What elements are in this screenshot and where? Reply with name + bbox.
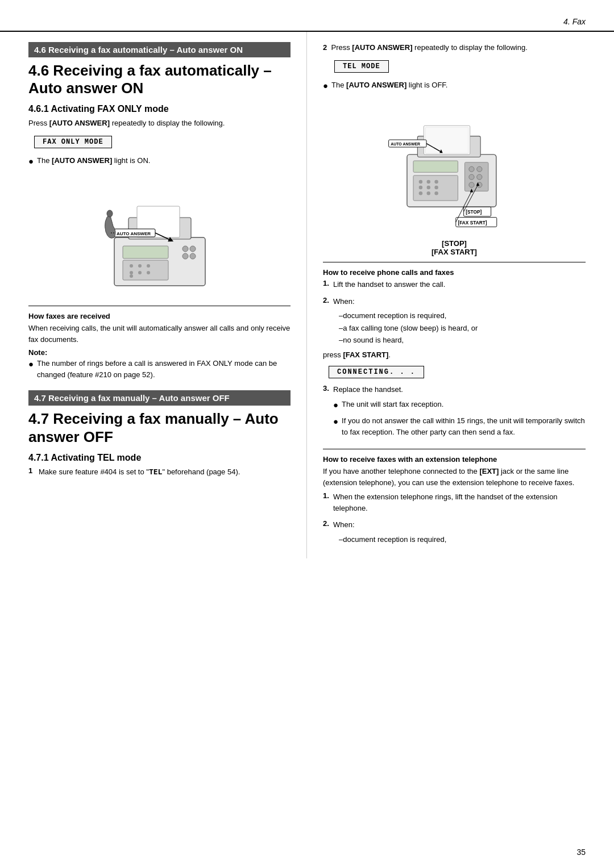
svg-point-12 xyxy=(130,271,133,274)
sub461-intro: Press [AUTO ANSWER] repeatedly to displa… xyxy=(28,118,291,129)
receive-step-1: 1. Lift the handset to answer the call. xyxy=(323,279,586,294)
ext-step-2: 2. When: document reception is required, xyxy=(323,519,586,546)
faxstart-label: [FAX START] xyxy=(323,248,586,256)
svg-point-35 xyxy=(434,191,438,195)
tel-mode-display: TEL MODE xyxy=(334,60,389,73)
svg-point-34 xyxy=(427,191,430,195)
section-46-title: 4.6 Receiving a fax automatically – Auto… xyxy=(28,62,291,97)
how-faxes-received-label: How faxes are received xyxy=(28,312,291,320)
svg-rect-8 xyxy=(123,260,168,280)
receive-step-2: 2. When: document reception is required,… xyxy=(323,296,586,347)
svg-point-40 xyxy=(477,174,482,180)
svg-point-41 xyxy=(469,182,474,187)
page-footer: 35 xyxy=(576,848,586,857)
ext-steps: 1. When the extension telephone rings, l… xyxy=(323,491,586,546)
svg-point-19 xyxy=(107,210,113,217)
stop-faxstart-labels: [STOP] [FAX START] xyxy=(323,239,586,256)
svg-point-11 xyxy=(147,264,150,268)
section-46-bar: 4.6 Receiving a fax automatically – Auto… xyxy=(28,42,291,57)
divider-ext xyxy=(323,449,586,449)
svg-point-13 xyxy=(138,271,142,274)
auto-answer-on-bullet: ● The [AUTO ANSWER] light is ON. xyxy=(28,155,291,170)
condition-a: document reception is required, xyxy=(339,310,478,322)
svg-text:[FAX START]: [FAX START] xyxy=(458,220,487,226)
page-header: 4. Fax xyxy=(0,17,614,32)
subsection-471-title: 4.7.1 Activating TEL mode xyxy=(28,453,291,463)
svg-point-14 xyxy=(147,271,150,274)
fax-illustration-left: AUTO ANSWER xyxy=(28,175,291,300)
svg-point-15 xyxy=(130,274,133,278)
fax-illustration-right: AUTO ANSWER [STOP] [FAX START] xyxy=(323,99,586,236)
svg-point-32 xyxy=(434,186,438,189)
svg-text:[STOP]: [STOP] xyxy=(466,209,482,215)
condition-c: no sound is heard, xyxy=(339,335,478,346)
svg-point-7 xyxy=(190,253,196,259)
svg-text:AUTO ANSWER: AUTO ANSWER xyxy=(391,142,420,146)
ext-text: If you have another telephone connected … xyxy=(323,466,586,488)
section-47-bar: 4.7 Receiving a fax manually – Auto answ… xyxy=(28,390,291,406)
ext-when-conditions: document reception is required, xyxy=(333,534,446,546)
two-column-layout: 4.6 Receiving a fax automatically – Auto… xyxy=(0,32,614,558)
fax-only-mode-display: FAX ONLY MODE xyxy=(34,136,112,148)
tel-mode-steps: 1 Make sure feature #404 is set to "TEL"… xyxy=(28,466,291,481)
header-text: 4. Fax xyxy=(563,17,586,26)
svg-point-28 xyxy=(427,180,430,183)
post-connect-steps: 3. Replace the handset. ● The unit will … xyxy=(323,384,586,443)
page: 4. Fax 4.6 Receiving a fax automatically… xyxy=(0,0,614,868)
step3-bullet-b: ● If you do not answer the call within 1… xyxy=(333,415,586,441)
svg-point-39 xyxy=(469,174,474,180)
svg-point-31 xyxy=(427,186,430,189)
step2-intro: 2 Press [AUTO ANSWER] repeatedly to disp… xyxy=(323,42,586,53)
section-47-title: 4.7 Receiving a fax manually – Auto answ… xyxy=(28,410,291,445)
step-3: 3. Replace the handset. ● The unit will … xyxy=(323,384,586,443)
note-label: Note: xyxy=(28,348,291,357)
divider-how-faxes xyxy=(28,306,291,306)
svg-point-29 xyxy=(434,180,438,183)
svg-point-5 xyxy=(190,246,196,252)
svg-point-9 xyxy=(130,264,133,268)
ext-title: How to receive faxes with an extension t… xyxy=(323,455,586,464)
svg-rect-24 xyxy=(425,127,468,153)
svg-point-30 xyxy=(419,186,422,189)
divider-how-receive xyxy=(323,262,586,262)
svg-rect-25 xyxy=(413,161,458,172)
subsection-461-title: 4.6.1 Activating FAX ONLY mode xyxy=(28,104,291,114)
when-conditions: document reception is required, a fax ca… xyxy=(333,310,478,347)
svg-point-27 xyxy=(419,180,422,183)
svg-rect-3 xyxy=(123,246,168,258)
press-fax-start: press [FAX START]. xyxy=(323,349,586,361)
svg-point-10 xyxy=(138,264,142,268)
receive-steps: 1. Lift the handset to answer the call. … xyxy=(323,279,586,347)
svg-point-6 xyxy=(182,253,188,259)
auto-answer-off-bullet: ● The [AUTO ANSWER] light is OFF. xyxy=(323,80,586,94)
svg-point-37 xyxy=(469,166,474,172)
svg-point-38 xyxy=(477,166,482,172)
svg-text:AUTO ANSWER: AUTO ANSWER xyxy=(117,231,151,236)
how-faxes-received-text: When receiving calls, the unit will auto… xyxy=(28,323,291,345)
right-column: 2 Press [AUTO ANSWER] repeatedly to disp… xyxy=(307,32,614,558)
note-bullet: ● The number of rings before a call is a… xyxy=(28,358,291,383)
left-column: 4.6 Receiving a fax automatically – Auto… xyxy=(0,32,307,558)
tel-mode-step1: 1 Make sure feature #404 is set to "TEL"… xyxy=(28,466,291,481)
ext-condition-a: document reception is required, xyxy=(339,534,446,545)
svg-point-4 xyxy=(182,246,188,252)
how-receive-title: How to receive phone calls and faxes xyxy=(323,268,586,277)
condition-b: a fax calling tone (slow beep) is heard,… xyxy=(339,323,478,334)
ext-step-1: 1. When the extension telephone rings, l… xyxy=(323,491,586,517)
stop-label: [STOP] xyxy=(323,239,586,248)
connecting-display: CONNECTING. . . xyxy=(329,366,424,378)
svg-point-33 xyxy=(419,191,422,195)
step3-bullet-a: ● The unit will start fax reception. xyxy=(333,399,586,414)
